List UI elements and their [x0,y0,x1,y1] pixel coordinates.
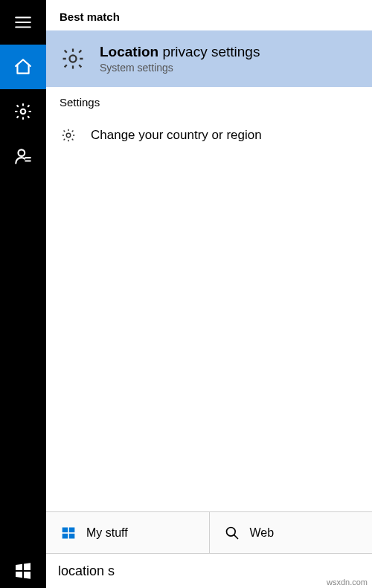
result-title: Change your country or region [91,128,262,143]
svg-point-6 [66,133,71,138]
filter-label: Web [250,526,275,540]
watermark: wsxdn.com [327,578,368,587]
home-icon [13,57,33,77]
svg-point-3 [21,109,26,114]
svg-point-5 [69,55,76,62]
svg-rect-7 [62,527,68,532]
search-input[interactable] [58,563,360,579]
cortana-icon [13,146,33,166]
search-input-row[interactable] [46,553,372,588]
svg-point-4 [19,149,25,156]
svg-line-12 [234,534,237,538]
search-icon [225,526,240,540]
gear-icon [60,126,77,144]
filter-label: My stuff [86,526,128,540]
start-button[interactable] [0,553,46,588]
search-scope-filters: My stuff Web [46,511,372,553]
result-change-country-region[interactable]: Change your country or region [46,113,372,158]
result-location-privacy-settings[interactable]: Location privacy settings System setting… [46,30,372,87]
hamburger-icon [13,13,33,32]
cortana-button[interactable] [0,134,46,178]
gear-icon [13,102,33,121]
result-title: Location privacy settings [100,44,260,60]
settings-filter-button[interactable] [0,89,46,134]
search-results-panel: Best match Location privacy settings Sys… [46,0,372,588]
home-filter-button[interactable] [0,45,46,89]
svg-rect-10 [69,533,75,538]
search-sidebar [0,0,46,588]
gear-icon [60,45,86,72]
windows-logo-icon [14,562,32,580]
best-match-header: Best match [46,0,372,30]
settings-header: Settings [46,87,372,113]
windows-logo-icon [61,526,76,540]
filter-my-stuff[interactable]: My stuff [46,512,210,553]
result-subtitle: System settings [100,62,260,74]
svg-rect-8 [69,527,75,532]
hamburger-menu-button[interactable] [0,0,46,45]
filter-web[interactable]: Web [210,512,373,553]
svg-rect-9 [62,533,68,538]
